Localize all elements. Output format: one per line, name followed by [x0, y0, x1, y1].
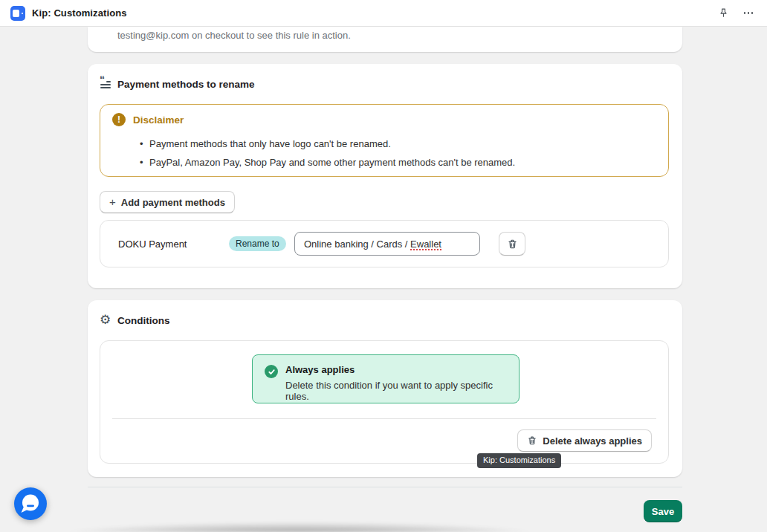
disclaimer-bullet: PayPal, Amazon Pay, Shop Pay and some ot…: [140, 154, 515, 172]
pushpin-icon: [718, 7, 729, 19]
intro-text: testing@kip.com on checkout to see this …: [117, 28, 351, 43]
trash-icon: [527, 435, 537, 446]
check-circle-icon: [265, 365, 278, 378]
add-payment-methods-label: Add payment methods: [121, 197, 225, 208]
kip-app-icon: [10, 6, 25, 21]
conditions-box: Always applies Delete this condition if …: [100, 340, 669, 464]
gear-icon: ⚙: [100, 314, 112, 327]
app-title: Kip: Customizations: [32, 7, 127, 19]
delete-payment-method-button[interactable]: [499, 232, 525, 256]
footer-divider: [88, 487, 682, 487]
plus-icon: +: [109, 195, 116, 208]
delete-always-applies-label: Delete always applies: [543, 435, 642, 447]
disclaimer-bullet: Payment methods that only have logo can'…: [140, 135, 515, 153]
chat-widget-button[interactable]: [14, 487, 47, 520]
app-window: Kip: Customizations testing@kip.com on c…: [0, 0, 767, 532]
topbar-actions: [715, 5, 757, 22]
rename-list-icon: “: [100, 78, 111, 90]
pin-button[interactable]: [715, 5, 731, 22]
save-label: Save: [652, 506, 674, 517]
disclaimer-banner: ! Disclaimer Payment methods that only h…: [100, 104, 669, 177]
window-bottom-shadow: [52, 520, 602, 532]
save-button[interactable]: Save: [644, 500, 682, 522]
horizontal-dots-icon: [744, 12, 754, 14]
conditions-divider: [112, 418, 656, 419]
trash-icon: [507, 239, 518, 250]
conditions-card-title: Conditions: [117, 315, 170, 326]
topbar: Kip: Customizations: [0, 0, 767, 27]
payment-method-row: DOKU Payment Rename to Online banking / …: [100, 220, 669, 267]
delete-always-applies-button[interactable]: Delete always applies: [517, 429, 652, 452]
conditions-card: ⚙ Conditions Always applies Delete this …: [88, 300, 682, 477]
disclaimer-list: Payment methods that only have logo can'…: [140, 135, 515, 172]
app-tooltip: Kip: Customizations: [477, 453, 561, 468]
rename-input[interactable]: Online banking / Cards / Ewallet: [294, 232, 480, 256]
payment-method-name: DOKU Payment: [118, 239, 187, 250]
more-menu-button[interactable]: [740, 5, 757, 22]
payment-methods-card-title: Payment methods to rename: [117, 79, 255, 90]
payment-methods-card: “ Payment methods to rename ! Disclaimer…: [88, 64, 682, 288]
intro-card: testing@kip.com on checkout to see this …: [88, 27, 682, 52]
always-applies-title: Always applies: [285, 364, 355, 375]
chat-bubble-icon: [14, 487, 47, 520]
always-applies-description: Delete this condition if you want to app…: [285, 380, 519, 402]
add-payment-methods-button[interactable]: + Add payment methods: [100, 191, 235, 213]
disclaimer-title: Disclaimer: [133, 114, 184, 126]
alert-circle-icon: !: [112, 113, 126, 126]
always-applies-alert: Always applies Delete this condition if …: [252, 354, 520, 403]
rename-to-badge: Rename to: [229, 236, 286, 251]
